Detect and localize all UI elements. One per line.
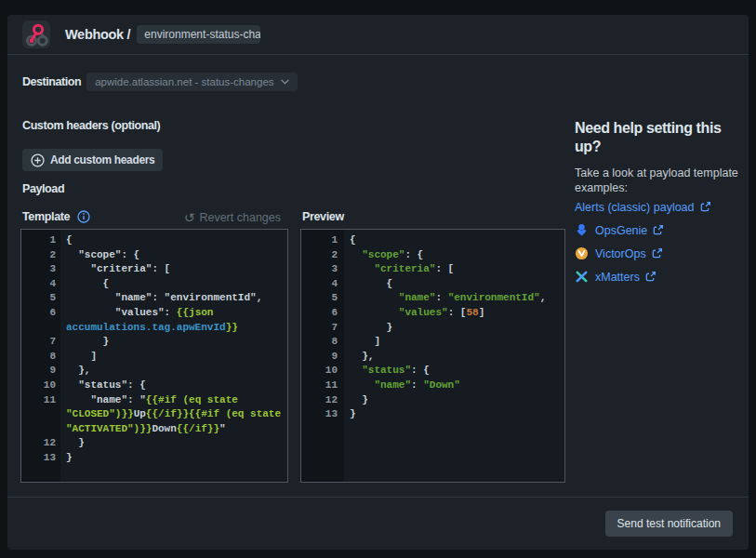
opsgenie-link[interactable]: OpsGenie <box>595 224 664 237</box>
code-line: 1{ <box>21 233 287 248</box>
line-number: 8 <box>301 335 344 350</box>
code-line: 2 "scope": { <box>301 248 564 263</box>
custom-headers-label: Custom headers (optional) <box>22 119 160 132</box>
line-number: 1 <box>21 233 60 248</box>
victorops-link[interactable]: VictorOps <box>595 247 663 260</box>
line-number: 2 <box>21 248 60 263</box>
code-text: } <box>60 451 73 466</box>
page-title: Webhook / <box>65 27 130 42</box>
code-text: "criteria": [ <box>60 262 170 277</box>
payload-label: Payload <box>22 182 64 195</box>
opsgenie-icon <box>575 223 589 237</box>
code-line: 6 "values": [58] <box>301 306 564 321</box>
line-number: 10 <box>21 379 60 393</box>
footer: Send test notification <box>7 497 749 550</box>
help-heading: Need help setting this up? <box>575 119 747 156</box>
line-number: 10 <box>301 364 344 379</box>
code-line: accumulations.tag.apwEnvId}} <box>21 321 287 336</box>
code-line: 7 } <box>301 321 564 336</box>
code-text: "scope": { <box>60 248 139 263</box>
code-line: 11 "name": "Down" <box>301 379 564 393</box>
webhook-settings-card: Webhook / environment-status-cha Destina… <box>7 15 749 550</box>
external-link-icon <box>699 201 711 213</box>
code-line: 9 }, <box>21 364 287 379</box>
code-line: 10 "status": { <box>301 364 564 379</box>
webhook-logo-icon <box>23 21 49 47</box>
line-number <box>21 422 60 437</box>
code-line: 1{ <box>301 233 564 248</box>
chevron-down-icon <box>281 79 289 85</box>
code-text: "values": {{json <box>60 306 213 321</box>
code-text: "name": "Down" <box>344 379 460 393</box>
code-text: "values": [58] <box>344 306 484 321</box>
webhook-logo <box>22 20 50 48</box>
code-line: 13} <box>301 407 564 422</box>
code-line: 3 "criteria": [ <box>301 262 564 277</box>
code-line: 5 "name": "environmentId", <box>301 291 564 306</box>
code-line: 4 { <box>21 277 287 292</box>
code-line: "CLOSED")}}Up{{/if}}{{#if (eq state <box>21 407 287 422</box>
xmatters-link[interactable]: xMatters <box>595 271 657 284</box>
line-number <box>21 407 60 422</box>
line-number: 2 <box>301 248 344 263</box>
code-text: "name": "{{#if (eq state <box>60 393 238 408</box>
destination-row: Destination apwide.atlassian.net - statu… <box>22 72 298 91</box>
line-number: 1 <box>301 233 344 248</box>
header: Webhook / environment-status-cha <box>7 15 749 55</box>
code-text: { <box>344 277 392 292</box>
code-text: ] <box>60 350 97 365</box>
webhook-name-chip: environment-status-cha <box>137 25 260 44</box>
add-custom-headers-label: Add custom headers <box>50 153 154 166</box>
line-number: 5 <box>301 291 344 306</box>
line-number: 4 <box>301 277 344 292</box>
code-text: } <box>344 321 392 336</box>
destination-value: apwide.atlassian.net - status-changes <box>95 76 273 87</box>
code-line: 5 "name": "environmentId", <box>21 291 287 306</box>
help-link-row: OpsGenie <box>575 222 747 238</box>
line-number: 5 <box>21 291 60 306</box>
alerts-classic-payload-link[interactable]: Alerts (classic) payload <box>575 201 711 214</box>
code-line: 13} <box>21 451 287 466</box>
revert-changes-button[interactable]: ↺ Revert changes <box>22 210 281 225</box>
code-line: 6 "values": {{json <box>21 306 287 321</box>
line-number: 13 <box>301 407 344 422</box>
code-text: "CLOSED")}}Up{{/if}}{{#if (eq state <box>60 407 281 422</box>
line-number: 7 <box>301 321 344 336</box>
line-number: 12 <box>301 393 344 408</box>
code-line: 12 } <box>301 393 564 408</box>
send-test-notification-button[interactable]: Send test notification <box>605 511 733 537</box>
line-number: 3 <box>301 262 344 277</box>
preview-label: Preview <box>302 210 344 223</box>
code-text: } <box>60 436 85 451</box>
destination-select[interactable]: apwide.atlassian.net - status-changes <box>86 73 297 91</box>
victorops-icon <box>575 246 589 260</box>
code-line: 8 ] <box>21 350 287 365</box>
code-line: 3 "criteria": [ <box>21 262 287 277</box>
line-number: 8 <box>21 350 60 365</box>
code-line: 10 "status": { <box>21 379 287 393</box>
help-link-row: Alerts (classic) payload <box>575 199 747 215</box>
plus-circle-icon <box>31 153 45 167</box>
xmatters-icon <box>575 270 589 284</box>
code-line: "ACTIVATED")}}Down{{/if}}" <box>21 422 287 437</box>
code-line: 4 { <box>301 277 564 292</box>
template-code-editor[interactable]: 1{2 "scope": {3 "criteria": [4 {5 "name"… <box>20 229 288 483</box>
line-number: 12 <box>21 436 60 451</box>
add-custom-headers-button[interactable]: Add custom headers <box>22 149 163 171</box>
code-line: 7 } <box>21 335 287 350</box>
line-number: 11 <box>301 379 344 393</box>
code-text: { <box>60 277 109 292</box>
code-text: "name": "environmentId", <box>344 291 546 306</box>
code-text: "scope": { <box>344 248 423 263</box>
line-number: 9 <box>301 350 344 365</box>
external-link-icon <box>644 271 657 283</box>
code-text: { <box>60 233 73 248</box>
code-text: } <box>344 393 368 408</box>
external-link-icon <box>651 247 663 259</box>
code-text: } <box>60 335 109 350</box>
code-text: "ACTIVATED")}}Down{{/if}}" <box>60 422 226 437</box>
line-number <box>21 321 60 336</box>
help-link-row: xMatters <box>575 269 747 285</box>
code-text: }, <box>60 364 90 379</box>
preview-code-panel: 1{2 "scope": {3 "criteria": [4 {5 "name"… <box>300 229 565 483</box>
